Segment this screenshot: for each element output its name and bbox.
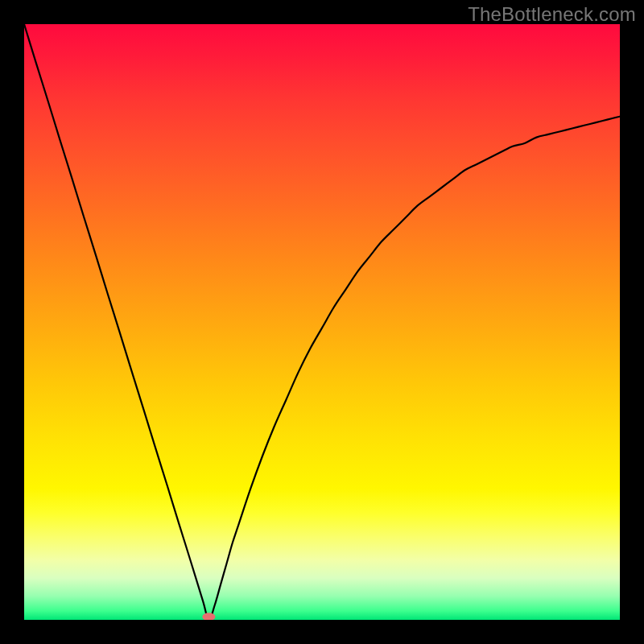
outer-frame: TheBottleneck.com bbox=[0, 0, 644, 644]
watermark-text: TheBottleneck.com bbox=[468, 3, 636, 26]
plot-area bbox=[24, 24, 620, 620]
chart-svg bbox=[24, 24, 620, 620]
gradient-background bbox=[24, 24, 620, 620]
